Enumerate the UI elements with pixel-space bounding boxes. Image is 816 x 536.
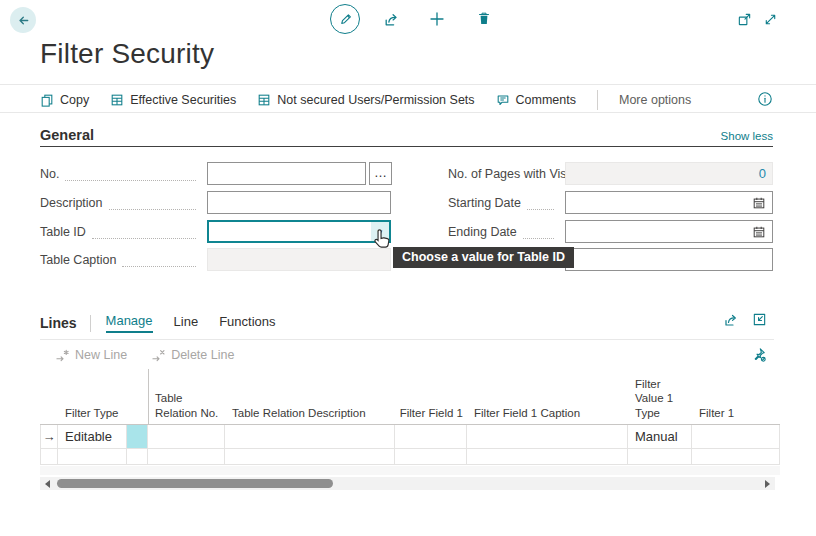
lines-focus-button[interactable] [752, 312, 767, 327]
general-section-title: General [40, 127, 94, 143]
description-input[interactable] [207, 191, 391, 214]
table-relation-description-cell[interactable] [225, 449, 395, 464]
info-icon [757, 91, 773, 107]
plus-icon [429, 11, 445, 27]
copy-action[interactable]: Copy [40, 93, 89, 107]
edit-button[interactable] [330, 4, 360, 34]
filter-value-1-type-cell[interactable]: Manual [628, 425, 692, 448]
filter-value-1-type-cell[interactable] [628, 449, 692, 464]
field-row-table-id: Table ID [40, 220, 204, 243]
action-bar: Copy Effective Securities Not secured Us… [40, 90, 691, 110]
scroll-left-icon[interactable] [45, 480, 50, 488]
new-line-icon [55, 349, 70, 362]
col-header-filter-type[interactable]: Filter Type [58, 406, 127, 424]
scrollbar-thumb[interactable] [57, 479, 333, 488]
table-relation-no-cell[interactable] [148, 425, 225, 448]
no-input[interactable] [207, 162, 366, 185]
table-relation-no-cell[interactable] [148, 449, 225, 464]
comment-icon [496, 93, 510, 107]
field-row-no: No. [40, 162, 204, 185]
pin-button[interactable] [751, 347, 767, 363]
new-button[interactable] [429, 11, 445, 27]
field-row-table-caption: Table Caption [40, 248, 204, 271]
copy-icon [40, 93, 54, 107]
filter-type-cell[interactable]: Editable [58, 425, 127, 448]
filter-field-1-caption-cell[interactable] [467, 425, 628, 448]
dotted-leader [527, 195, 554, 210]
starting-date-input[interactable] [565, 191, 773, 214]
more-options[interactable]: More options [619, 93, 691, 107]
divider [40, 339, 774, 340]
tab-functions[interactable]: Functions [219, 314, 275, 332]
filter-field-1-cell[interactable] [395, 449, 467, 464]
open-in-window-button[interactable] [737, 12, 752, 27]
field-row-description: Description [40, 191, 204, 214]
table-row [40, 449, 780, 465]
lines-share-button[interactable] [723, 312, 739, 328]
description-label: Description [40, 196, 103, 210]
selection-cell[interactable] [127, 449, 148, 464]
no-label: No. [40, 167, 59, 181]
dotted-leader [65, 166, 196, 181]
selection-cell[interactable] [127, 425, 148, 448]
comments-action[interactable]: Comments [496, 93, 576, 107]
share-icon [383, 11, 400, 28]
col-header-filter-field-1[interactable]: Filter Field 1 [395, 406, 467, 424]
general-section-rule [40, 146, 773, 147]
fullscreen-button[interactable] [763, 12, 778, 27]
no-assist-button[interactable]: … [369, 162, 392, 185]
filter-type-cell[interactable] [58, 449, 127, 464]
table-id-tooltip: Choose a value for Table ID [393, 247, 574, 268]
new-line-button[interactable]: New Line [55, 348, 127, 362]
lines-toolbar: New Line Delete Line [55, 348, 234, 362]
filter-field-1-cell[interactable] [395, 425, 467, 448]
tab-manage[interactable]: Manage [106, 313, 153, 333]
delete-line-label: Delete Line [171, 348, 234, 362]
page-title: Filter Security [40, 38, 214, 70]
not-secured-users-label: Not secured Users/Permission Sets [277, 93, 474, 107]
col-header-filter-value-1-type[interactable]: Filter Value 1 Type [628, 377, 692, 424]
filter-field-1-caption-cell[interactable] [467, 449, 628, 464]
table-id-input[interactable] [207, 220, 391, 243]
horizontal-scrollbar[interactable] [40, 477, 775, 490]
delete-line-button[interactable]: Delete Line [151, 348, 234, 362]
delete-line-icon [151, 349, 166, 362]
trash-icon [476, 10, 492, 27]
ending-date-label: Ending Date [448, 225, 517, 239]
col-header-table-relation-no[interactable]: Table Relation No. [148, 391, 225, 424]
col-header-table-relation-description[interactable]: Table Relation Description [225, 406, 395, 424]
back-arrow-icon [16, 13, 31, 28]
pushpin-icon [751, 347, 767, 363]
col-header-filter-1[interactable]: Filter 1 [692, 406, 780, 424]
share-button[interactable] [383, 11, 400, 28]
info-button[interactable] [757, 91, 773, 107]
dotted-leader [109, 195, 196, 210]
divider [0, 84, 816, 85]
col-header-filter-field-1-caption[interactable]: Filter Field 1 Caption [467, 406, 628, 424]
not-secured-users-action[interactable]: Not secured Users/Permission Sets [257, 93, 474, 107]
lines-title: Lines [40, 315, 77, 331]
delete-button[interactable] [476, 10, 492, 27]
dotted-leader [523, 224, 554, 239]
lines-header: Lines Manage Line Functions [40, 313, 297, 333]
back-button[interactable] [10, 7, 36, 33]
fourth-right-input[interactable] [565, 248, 773, 271]
table-relation-description-cell[interactable] [225, 425, 395, 448]
filter-1-cell[interactable] [692, 425, 780, 448]
dotted-leader [92, 224, 196, 239]
fullscreen-arrows-icon [763, 12, 778, 27]
calendar-icon[interactable] [752, 196, 766, 210]
show-less-link[interactable]: Show less [721, 130, 773, 142]
field-row-ending-date: Ending Date [448, 220, 562, 243]
calendar-icon[interactable] [752, 225, 766, 239]
share-icon [723, 312, 739, 328]
table-caption-field [207, 248, 391, 271]
ending-date-input[interactable] [565, 220, 773, 243]
field-row-starting-date: Starting Date [448, 191, 562, 214]
table-id-label: Table ID [40, 225, 86, 239]
comments-label: Comments [516, 93, 576, 107]
tab-line[interactable]: Line [174, 314, 199, 332]
filter-1-cell[interactable] [692, 449, 780, 464]
effective-securities-action[interactable]: Effective Securities [110, 93, 236, 107]
scroll-right-icon[interactable] [765, 480, 770, 488]
